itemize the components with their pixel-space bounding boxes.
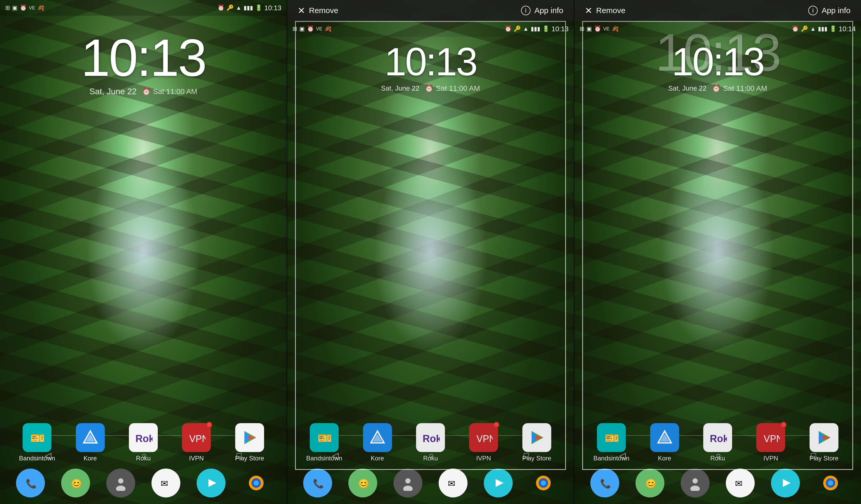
firefox-app-1[interactable]	[242, 468, 271, 498]
firefox-app-3[interactable]	[816, 468, 845, 498]
remove-label-3[interactable]: Remove	[596, 6, 626, 15]
status-bar-2: ⊞ ▣ ⏰ VE 🍂 ⏰ 🔑 ▲ ▮▮▮ 🔋 10:13	[287, 21, 574, 37]
svg-text:Roku: Roku	[423, 433, 440, 444]
home-button-1[interactable]: ○	[141, 451, 147, 460]
svg-text:VPN: VPN	[476, 433, 493, 444]
ivpn-notif-2	[493, 422, 499, 427]
chat-app-2[interactable]: 😊	[348, 468, 377, 498]
battery-icon-3: 🔋	[830, 26, 837, 32]
svg-text:😊: 😊	[358, 478, 369, 489]
battery-icon: 🔋	[255, 4, 262, 11]
aa-icon: ⊞	[5, 4, 10, 11]
account-app-1[interactable]	[106, 468, 135, 498]
nav-bar-3: ◁ ○ □	[574, 446, 861, 465]
aa-icon-2: ⊞	[292, 26, 297, 32]
recents-button-2[interactable]: □	[524, 451, 529, 460]
svg-text:🎫: 🎫	[30, 431, 45, 445]
key-icon: 🔑	[227, 4, 234, 11]
back-button-3[interactable]: ◁	[619, 450, 626, 460]
leaf-icon: 🍂	[37, 4, 44, 11]
wifi-icon: ▲	[236, 4, 242, 11]
clock-date-2: Sat, June 22 ⏰ Sat 11:00 AM	[381, 84, 480, 93]
svg-text:🎫: 🎫	[318, 431, 332, 445]
account-app-3[interactable]	[681, 468, 710, 498]
back-button-1[interactable]: ◁	[45, 450, 52, 460]
appinfo-button-3[interactable]: i App info	[808, 6, 850, 15]
svg-point-45	[405, 478, 411, 483]
chat-app-3[interactable]: 😊	[636, 468, 665, 498]
svg-text:Roku: Roku	[710, 433, 727, 444]
gmail-app-2[interactable]: ✉	[439, 468, 467, 498]
svg-text:✉: ✉	[161, 478, 168, 489]
svg-point-80	[828, 480, 833, 486]
alarm-icon-1: ⏰	[142, 87, 151, 96]
clock-time-1: 10:13	[81, 31, 206, 84]
ivpn-notif-3	[781, 422, 787, 427]
key-icon-3: 🔑	[801, 26, 808, 32]
svg-point-53	[541, 480, 546, 486]
svg-text:📞: 📞	[26, 478, 37, 489]
svg-text:😊: 😊	[645, 478, 657, 489]
back-button-2[interactable]: ◁	[332, 450, 339, 460]
status-icons-left-3: ⊞ ▣ ⏰ VE 🍂	[579, 26, 619, 32]
alarm-text-1: ⏰ Sat 11:00 AM	[142, 87, 197, 96]
clock-area-1: 10:13 Sat, June 22 ⏰ Sat 11:00 AM	[0, 31, 287, 96]
phone-app-3[interactable]: 📞	[590, 468, 619, 498]
clock-date-1: Sat, June 22 ⏰ Sat 11:00 AM	[90, 87, 197, 96]
svg-text:📞: 📞	[600, 478, 611, 489]
clock-date-3: Sat, June 22 ⏰ Sat 11:00 AM	[668, 84, 767, 93]
status-icons-left-2: ⊞ ▣ ⏰ VE 🍂	[292, 26, 331, 32]
info-icon-2[interactable]: i	[521, 6, 531, 15]
alarm-text-2: ⏰ Sat 11:00 AM	[424, 84, 480, 93]
leaf-icon-2: 🍂	[325, 26, 331, 32]
status-time-2: 10:13	[551, 25, 569, 33]
gmail-app-1[interactable]: ✉	[151, 468, 180, 498]
bottom-dock-3: 📞 😊 ✉	[574, 465, 861, 501]
date-text-1: Sat, June 22	[90, 87, 137, 96]
svg-text:VPN: VPN	[764, 433, 780, 444]
recents-button-3[interactable]: □	[811, 451, 816, 460]
svg-point-72	[693, 478, 698, 483]
remove-label-2[interactable]: Remove	[309, 6, 338, 15]
appinfo-label-3[interactable]: App info	[822, 6, 850, 15]
alarm-right-icon: ⏰	[217, 4, 224, 11]
appinfo-label-2[interactable]: App info	[534, 6, 563, 15]
recents-button-1[interactable]: □	[236, 451, 242, 460]
status-bar-1: ⊞ ▣ ⏰ VE 🍂 ⏰ 🔑 ▲ ▮▮▮ 🔋 10:13	[0, 0, 287, 16]
alarm-right-icon-3: ⏰	[792, 26, 799, 32]
wifi-icon-3: ▲	[810, 26, 816, 32]
svg-text:VPN: VPN	[189, 433, 206, 444]
remove-button-3[interactable]: ✕ Remove	[585, 5, 626, 16]
signal-icon-3: ▮▮▮	[818, 26, 828, 32]
gmail-app-3[interactable]: ✉	[726, 468, 755, 498]
status-bar-3: ⊞ ▣ ⏰ VE 🍂 ⏰ 🔑 ▲ ▮▮▮ 🔋 10:14	[574, 21, 861, 37]
nav-bar-2: ◁ ○ □	[287, 446, 574, 465]
appinfo-button-2[interactable]: i App info	[521, 6, 563, 15]
drag-toolbar-2: ✕ Remove i App info	[287, 0, 574, 21]
info-icon-3[interactable]: i	[808, 6, 818, 15]
phone-app-1[interactable]: 📞	[16, 468, 45, 498]
music-app-2[interactable]	[484, 468, 512, 498]
date-text-2: Sat, June 22	[381, 84, 419, 92]
account-app-2[interactable]	[394, 468, 422, 498]
home-button-3[interactable]: ○	[716, 451, 721, 460]
svg-text:🎫: 🎫	[605, 431, 619, 445]
music-app-1[interactable]	[196, 468, 226, 498]
close-icon-3[interactable]: ✕	[585, 5, 592, 16]
drag-toolbar-3: ✕ Remove i App info	[574, 0, 861, 21]
gallery-icon: ▣	[12, 4, 17, 11]
leaf-icon-3: 🍂	[612, 26, 619, 32]
screen-2: ✕ Remove i App info ⊞ ▣ ⏰ VE 🍂 ⏰ 🔑 ▲ ▮▮▮…	[287, 0, 574, 504]
firefox-app-2[interactable]	[529, 468, 558, 498]
gallery-icon-2: ▣	[299, 26, 305, 32]
alarm-right-icon-2: ⏰	[505, 26, 511, 32]
gallery-icon-3: ▣	[586, 26, 592, 32]
music-app-3[interactable]	[771, 468, 800, 498]
phone-app-2[interactable]: 📞	[303, 468, 332, 498]
home-button-2[interactable]: ○	[429, 451, 434, 460]
close-icon-2[interactable]: ✕	[298, 5, 305, 16]
alarm-icon-3b: ⏰	[712, 84, 721, 93]
clock-time-3: 10:13	[672, 42, 764, 81]
remove-button-2[interactable]: ✕ Remove	[298, 5, 338, 16]
chat-app-1[interactable]: 😊	[61, 468, 90, 498]
